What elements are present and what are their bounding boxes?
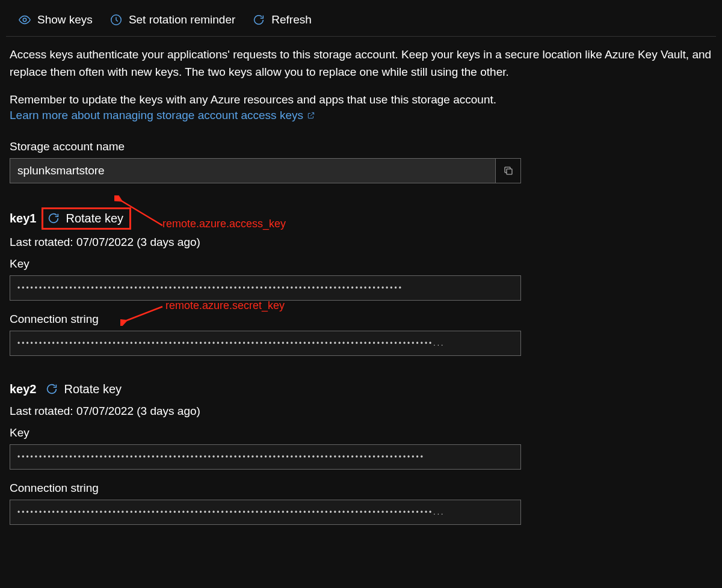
key2-cs-label: Connection string xyxy=(10,482,712,495)
storage-account-name-row xyxy=(10,158,521,183)
key2-key-value[interactable]: ••••••••••••••••••••••••••••••••••••••••… xyxy=(10,444,521,470)
refresh-button[interactable]: Refresh xyxy=(252,13,312,26)
key2-rotate-label: Rotate key xyxy=(64,382,122,396)
key1-cs-value[interactable]: ••••••••••••••••••••••••••••••••••••••••… xyxy=(10,331,521,356)
copy-storage-name-button[interactable] xyxy=(496,158,521,183)
key2-key-row: ••••••••••••••••••••••••••••••••••••••••… xyxy=(10,444,521,470)
key2-key-label: Key xyxy=(10,426,712,439)
key1-last-rotated: Last rotated: 07/07/2022 (3 days ago) xyxy=(10,236,712,249)
reminder-text: Remember to update the keys with any Azu… xyxy=(10,91,712,109)
key1-cs-row: ••••••••••••••••••••••••••••••••••••••••… xyxy=(10,331,521,356)
show-keys-label: Show keys xyxy=(37,13,93,26)
svg-rect-2 xyxy=(507,169,512,174)
set-reminder-label: Set rotation reminder xyxy=(129,13,235,26)
toolbar: Show keys Set rotation reminder Refresh xyxy=(6,6,716,37)
copy-icon xyxy=(503,165,514,176)
key1-rotate-label: Rotate key xyxy=(66,212,124,225)
key2-rotate-button[interactable]: Rotate key xyxy=(42,380,128,399)
key1-rotate-button[interactable]: Rotate key xyxy=(42,207,132,230)
content-area: Access keys authenticate your applicatio… xyxy=(6,37,716,525)
key1-key-value[interactable]: ••••••••••••••••••••••••••••••••••••••••… xyxy=(10,275,521,301)
learn-more-label: Learn more about managing storage accoun… xyxy=(10,109,303,122)
key2-name: key2 xyxy=(10,382,37,396)
external-link-icon xyxy=(307,111,315,120)
set-rotation-reminder-button[interactable]: Set rotation reminder xyxy=(110,13,235,26)
rotate-icon xyxy=(45,382,58,396)
key2-cs-row: ••••••••••••••••••••••••••••••••••••••••… xyxy=(10,500,521,525)
key2-last-rotated: Last rotated: 07/07/2022 (3 days ago) xyxy=(10,405,712,418)
rotate-icon xyxy=(47,212,60,225)
eye-icon xyxy=(18,13,31,26)
refresh-icon xyxy=(252,13,265,26)
clock-icon xyxy=(110,13,123,26)
key2-header: key2 Rotate key xyxy=(10,380,712,399)
key1-key-label: Key xyxy=(10,257,712,271)
learn-more-link[interactable]: Learn more about managing storage accoun… xyxy=(10,109,315,122)
key1-name: key1 xyxy=(10,212,37,225)
key1-cs-label: Connection string xyxy=(10,313,712,326)
key1-key-row: ••••••••••••••••••••••••••••••••••••••••… xyxy=(10,275,521,301)
show-keys-button[interactable]: Show keys xyxy=(18,13,93,26)
description-text: Access keys authenticate your applicatio… xyxy=(10,46,712,81)
storage-account-name-input[interactable] xyxy=(10,158,496,183)
storage-account-name-label: Storage account name xyxy=(10,140,712,153)
refresh-label: Refresh xyxy=(271,13,312,26)
svg-point-0 xyxy=(23,18,26,22)
key2-cs-value[interactable]: ••••••••••••••••••••••••••••••••••••••••… xyxy=(10,500,521,525)
key1-header: key1 Rotate key xyxy=(10,207,712,230)
